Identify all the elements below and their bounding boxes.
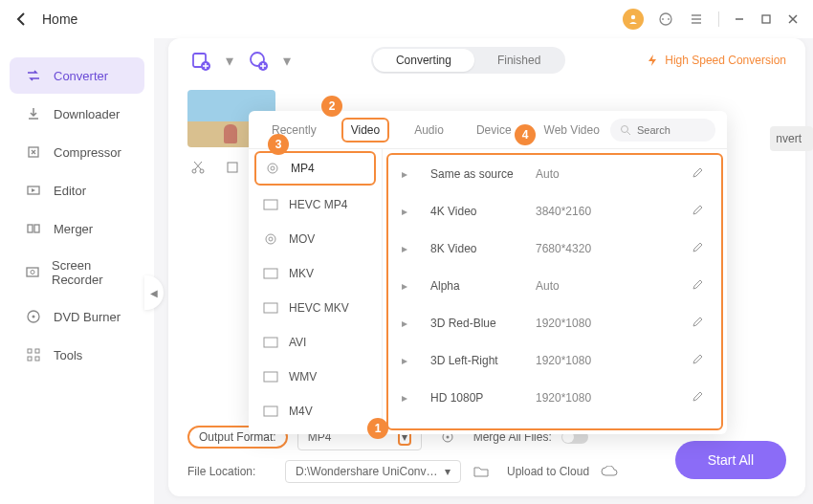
video-icon [262, 370, 279, 383]
svg-point-1 [660, 13, 671, 25]
sidebar-item-converter[interactable]: Converter [10, 57, 144, 94]
target-icon [264, 162, 281, 175]
high-speed-conversion[interactable]: High Speed Conversion [646, 54, 786, 67]
trim-icon[interactable] [187, 157, 209, 178]
folder-icon[interactable] [471, 461, 492, 482]
svg-rect-25 [264, 200, 277, 209]
sidebar-item-label: Converter [54, 69, 108, 83]
svg-rect-7 [27, 268, 38, 276]
preset-item[interactable]: ▸3D Red-Blue1920*1080 [388, 304, 721, 341]
svg-point-23 [268, 164, 277, 173]
preset-item[interactable]: ▸8K Video7680*4320 [388, 230, 721, 267]
crop-icon[interactable] [222, 157, 243, 178]
video-icon [262, 405, 279, 418]
annotation-2: 2 [321, 96, 342, 117]
file-location-select[interactable]: D:\Wondershare UniConverter 1 ▾ [285, 460, 461, 483]
tab-video[interactable]: Video [341, 118, 389, 142]
edit-preset-icon[interactable] [692, 241, 708, 255]
edit-preset-icon[interactable] [692, 390, 708, 405]
edit-preset-icon[interactable] [692, 204, 708, 218]
preset-item[interactable]: ▸HD 720P1280*720 [388, 416, 721, 430]
sidebar-item-label: Merger [54, 222, 93, 236]
format-item-hevc-mkv[interactable]: HEVC MKV [249, 291, 382, 325]
merger-icon [25, 220, 42, 237]
sidebar-item-label: Tools [54, 348, 82, 362]
tab-device[interactable]: Device [469, 120, 519, 141]
svg-rect-32 [264, 406, 277, 416]
svg-rect-6 [34, 225, 39, 232]
add-file-button[interactable] [187, 47, 214, 74]
maximize-button[interactable] [759, 12, 773, 26]
sidebar-item-merger[interactable]: Merger [10, 210, 144, 247]
svg-rect-29 [264, 303, 277, 313]
play-icon: ▸ [402, 279, 417, 293]
chevron-down-icon[interactable]: ▾ [283, 52, 291, 70]
edit-preset-icon[interactable] [692, 353, 708, 367]
avatar[interactable] [623, 9, 644, 30]
annotation-4: 4 [515, 124, 536, 145]
annotation-3: 3 [268, 134, 289, 155]
back-button[interactable] [13, 11, 29, 27]
svg-rect-2 [762, 15, 770, 23]
sidebar-item-screen-recorder[interactable]: Screen Recorder [10, 249, 144, 296]
sidebar-item-dvd-burner[interactable]: DVD Burner [10, 298, 144, 335]
format-item-wmv[interactable]: WMV [249, 360, 382, 394]
play-icon: ▸ [402, 167, 417, 181]
sidebar-item-tools[interactable]: Tools [10, 337, 144, 373]
tab-web-video[interactable]: Web Video [537, 120, 607, 141]
format-item-m4v[interactable]: M4V [249, 394, 382, 428]
convert-button[interactable]: nvert [770, 126, 813, 151]
editor-icon [25, 182, 42, 199]
status-tabs: Converting Finished [371, 47, 565, 74]
search-box [610, 119, 715, 142]
svg-point-34 [446, 436, 449, 439]
format-item-hevc-mp4[interactable]: HEVC MP4 [249, 187, 382, 222]
svg-point-10 [33, 316, 35, 318]
start-all-button[interactable]: Start All [675, 441, 786, 479]
tab-finished[interactable]: Finished [474, 49, 563, 72]
chevron-down-icon[interactable]: ▾ [226, 52, 233, 70]
minimize-button[interactable] [733, 12, 746, 26]
search-input[interactable] [637, 124, 704, 136]
upload-cloud-label: Upload to Cloud [507, 465, 589, 478]
menu-icon[interactable] [688, 11, 705, 28]
edit-preset-icon[interactable] [692, 278, 708, 293]
close-button[interactable] [786, 12, 800, 26]
preset-item[interactable]: ▸Same as sourceAuto [388, 155, 721, 192]
edit-preset-icon[interactable] [692, 166, 708, 181]
target-icon [262, 232, 279, 246]
svg-point-0 [631, 15, 635, 19]
screen-recorder-icon [25, 264, 40, 281]
preset-item[interactable]: ▸3D Left-Right1920*1080 [388, 341, 721, 379]
play-icon: ▸ [402, 242, 417, 255]
sidebar-item-editor[interactable]: Editor [10, 172, 144, 208]
format-item-mkv[interactable]: MKV [249, 256, 382, 291]
tab-audio[interactable]: Audio [406, 120, 451, 141]
cloud-icon[interactable] [599, 461, 620, 482]
format-item-avi[interactable]: AVI [249, 325, 382, 360]
sidebar-item-compressor[interactable]: Compressor [10, 134, 144, 170]
edit-preset-icon[interactable] [692, 427, 708, 430]
svg-rect-30 [264, 338, 277, 347]
file-location-label: File Location: [187, 465, 275, 478]
edit-preset-icon[interactable] [692, 316, 708, 330]
add-url-button[interactable] [245, 47, 272, 74]
svg-rect-21 [228, 163, 237, 172]
svg-rect-13 [28, 357, 32, 361]
search-icon [620, 124, 631, 136]
video-icon [262, 301, 279, 315]
preset-item[interactable]: ▸HD 1080P1920*1080 [388, 379, 721, 416]
format-list: MP4 HEVC MP4 MOV MKV HEVC MKV AVI WMV M4… [249, 149, 383, 434]
tab-converting[interactable]: Converting [373, 49, 474, 72]
play-icon: ▸ [402, 428, 417, 431]
preset-item[interactable]: ▸AlphaAuto [388, 267, 721, 304]
svg-rect-11 [28, 349, 32, 353]
tools-icon [25, 346, 42, 363]
format-item-mov[interactable]: MOV [249, 222, 382, 256]
sidebar-item-downloader[interactable]: Downloader [10, 96, 144, 132]
preset-item[interactable]: ▸4K Video3840*2160 [388, 192, 721, 230]
support-icon[interactable] [657, 11, 674, 28]
sidebar-collapse-handle[interactable]: ◀ [144, 275, 164, 310]
play-icon: ▸ [402, 205, 417, 218]
format-item-mp4[interactable]: MP4 [254, 151, 376, 186]
